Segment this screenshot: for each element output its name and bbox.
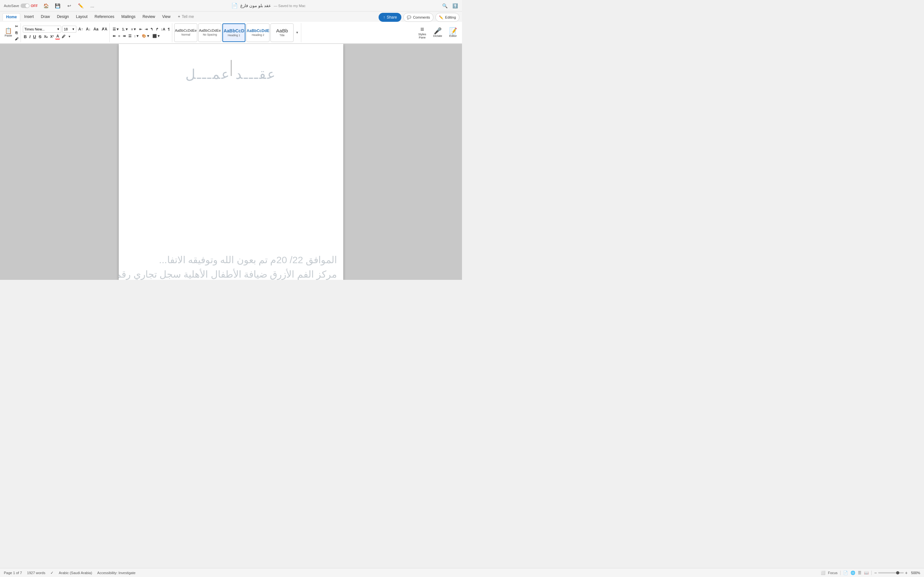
shading-button[interactable]: 🎨▼ [141, 33, 151, 39]
tab-design[interactable]: Design [53, 13, 72, 20]
font-decrease-button[interactable]: A↓ [85, 26, 92, 32]
style-normal-label: Normal [182, 33, 190, 36]
tab-view[interactable]: View [159, 13, 174, 20]
share-title-icon[interactable]: ⬆️ [452, 3, 458, 9]
font-size-selector[interactable]: 18 ▼ [62, 26, 76, 33]
text-color-button[interactable]: A [55, 34, 60, 39]
increase-indent-button[interactable]: ⇥ [144, 26, 149, 32]
tab-draw[interactable]: Draw [37, 13, 53, 20]
align-center-button[interactable]: ≡ [117, 33, 121, 39]
style-heading1[interactable]: AaBbCcD Heading 1 [222, 23, 246, 42]
bold-button[interactable]: B [23, 34, 27, 39]
save-icon[interactable]: 💾 [55, 3, 61, 9]
styles-more-chevron[interactable]: ▼ [294, 24, 300, 41]
titlebar: AutoSave OFF 🏠 💾 ↩ ✏️ ... 📄 عقد بلو مون … [0, 0, 462, 11]
tab-mailings[interactable]: Mailings [118, 13, 139, 20]
change-case-button[interactable]: Aa [92, 26, 99, 32]
font-name-label: Times New... [24, 27, 55, 31]
justify-button[interactable]: ☰ [128, 33, 132, 39]
share-label: Share [387, 15, 397, 19]
format-painter-button[interactable]: 🖌 [14, 36, 19, 42]
style-h2-label: Heading 2 [252, 33, 264, 37]
align-left-button[interactable]: ⬅ [111, 33, 116, 39]
arabic-line2: مركز الفم الأزرق ضيافة الأطفال الأهلية س… [119, 269, 343, 280]
style-no-spacing[interactable]: AaBbCcDdEe No Spacing [198, 23, 221, 42]
paste-button[interactable]: 📋 Paste [3, 24, 13, 41]
line-spacing-button[interactable]: ↕▼ [133, 33, 140, 39]
italic-button[interactable]: I [28, 34, 31, 39]
tab-home[interactable]: Home [3, 13, 20, 21]
share-button[interactable]: ↑ Share [379, 13, 401, 22]
styles-pane-button[interactable]: ≡ StylesPane [415, 24, 429, 41]
style-title-preview: AaBb [276, 28, 288, 33]
font-group: Times New... ▼ 18 ▼ A↑ A↓ Aa ✗A B I U S … [21, 23, 110, 42]
style-normal[interactable]: AaBbCcDdEe Normal [174, 23, 197, 42]
document-page[interactable]: عقـــد عمـــل الموافق 22/ 20م تم بعون ال… [119, 44, 343, 280]
strikethrough-button[interactable]: S [37, 34, 42, 39]
cut-button[interactable]: ✂ [14, 24, 19, 29]
tab-insert[interactable]: Insert [21, 13, 37, 20]
font-increase-button[interactable]: A↑ [78, 26, 84, 32]
dictate-icon: 🎤 [434, 27, 442, 34]
tab-tell-me[interactable]: ✦ Tell me [174, 13, 197, 20]
rtl-button[interactable]: ↰ [149, 26, 154, 32]
dictate-label: Dictate [433, 35, 442, 38]
style-h1-label: Heading 1 [228, 34, 240, 37]
paste-label: Paste [5, 34, 12, 37]
font-name-selector[interactable]: Times New... ▼ [23, 26, 61, 33]
arabic-line1: الموافق 22/ 20م تم بعون الله وتوفيقه الا… [119, 254, 343, 266]
editor-button[interactable]: 📝 Editor [446, 24, 460, 41]
style-nospacing-preview: AaBbCcDdEe [199, 29, 221, 32]
comments-label: Comments [413, 15, 430, 19]
style-nospacing-label: No Spacing [203, 33, 217, 36]
borders-button[interactable]: ⬛▼ [152, 33, 162, 39]
bullets-button[interactable]: ☰▼ [111, 26, 120, 32]
multilevel-list-button[interactable]: ≡▼ [130, 26, 137, 32]
editing-label: Editing [445, 15, 456, 19]
show-para-button[interactable]: ¶ [167, 26, 171, 32]
page-bottom-content: الموافق 22/ 20م تم بعون الله وتوفيقه الا… [119, 254, 343, 280]
ribbon-right-group: ≡ StylesPane 🎤 Dictate 📝 Editor [415, 24, 460, 41]
edit-icon: ✏️ [439, 15, 443, 19]
dictate-button[interactable]: 🎤 Dictate [431, 24, 445, 41]
home-icon[interactable]: 🏠 [43, 3, 49, 9]
autosave-control[interactable]: AutoSave OFF [4, 3, 38, 8]
styles-group: AaBbCcDdEe Normal AaBbCcDdEe No Spacing … [173, 23, 301, 42]
font-color-dropdown[interactable]: ▼ [67, 34, 72, 39]
undo-icon[interactable]: ↩ [66, 3, 73, 9]
decrease-indent-button[interactable]: ⇤ [138, 26, 143, 32]
saved-label: — Saved to my Mac [274, 4, 305, 8]
autosave-toggle-knob [25, 4, 29, 8]
tab-layout[interactable]: Layout [73, 13, 91, 20]
subscript-button[interactable]: X₂ [43, 34, 48, 39]
style-h2-preview: AaBbCcDdE [247, 29, 270, 33]
autosave-state: OFF [31, 4, 38, 8]
align-right-button[interactable]: ➡ [122, 33, 127, 39]
pencil-icon[interactable]: ✏️ [78, 3, 84, 9]
search-icon[interactable]: 🔍 [441, 3, 448, 9]
clear-format-button[interactable]: ✗A [100, 26, 108, 32]
tab-references[interactable]: References [91, 13, 118, 20]
sort-button[interactable]: ↕A [160, 26, 166, 32]
font-name-chevron: ▼ [57, 27, 60, 31]
underline-button[interactable]: U [32, 34, 37, 39]
doc-title: عقد بلو مون فارغ [240, 3, 271, 8]
ltr-button[interactable]: ↱ [155, 26, 160, 32]
editing-button[interactable]: ✏️ Editing [435, 13, 459, 22]
style-title[interactable]: AaBb Title [270, 23, 294, 42]
paste-icon: 📋 [5, 28, 12, 34]
styles-pane-icon: ≡ [420, 26, 424, 32]
tab-review[interactable]: Review [139, 13, 158, 20]
comments-button[interactable]: 💬 Comments [403, 13, 433, 22]
text-highlight-button[interactable]: 🖊 [61, 34, 66, 39]
more-icon[interactable]: ... [89, 3, 95, 9]
style-heading2[interactable]: AaBbCcDdE Heading 2 [246, 23, 270, 42]
numbering-button[interactable]: 1.▼ [121, 26, 129, 32]
copy-button[interactable]: ⎘ [14, 30, 19, 35]
paste-group: 📋 Paste ✂ ⎘ 🖌 [2, 23, 21, 42]
autosave-label: AutoSave [4, 4, 19, 8]
autosave-toggle[interactable] [21, 3, 29, 8]
font-size-label: 18 [64, 27, 71, 31]
document-area: عقـــد عمـــل الموافق 22/ 20م تم بعون ال… [0, 44, 462, 280]
superscript-button[interactable]: X² [49, 34, 55, 39]
